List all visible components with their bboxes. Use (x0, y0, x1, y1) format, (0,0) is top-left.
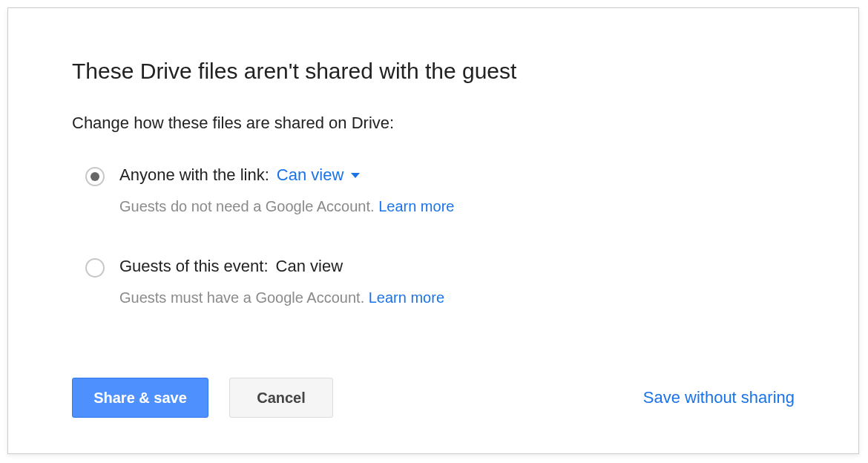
option-guests-label: Guests of this event: (119, 257, 269, 276)
help-text: Guests do not need a Google Account. (119, 198, 375, 214)
option-line: Anyone with the link: Can view (119, 165, 795, 185)
dialog-actions: Share & save Cancel Save without sharing (72, 378, 795, 418)
option-anyone-with-link: Anyone with the link: Can view Guests do… (72, 165, 795, 215)
help-text: Guests must have a Google Account. (119, 289, 364, 306)
dialog-title: These Drive files aren't shared with the… (72, 59, 795, 84)
permission-value-guests: Can view (276, 257, 343, 276)
share-and-save-button[interactable]: Share & save (72, 378, 208, 418)
share-dialog: These Drive files aren't shared with the… (7, 7, 859, 454)
radio-anyone-with-link[interactable] (85, 167, 105, 186)
save-without-sharing-link[interactable]: Save without sharing (643, 388, 795, 407)
caret-down-icon (351, 173, 360, 178)
option-content: Anyone with the link: Can view Guests do… (119, 165, 795, 215)
learn-more-link-guests[interactable]: Learn more (369, 289, 444, 306)
permission-dropdown-anyone[interactable]: Can view (277, 165, 360, 185)
option-guests-help: Guests must have a Google Account. Learn… (119, 289, 795, 306)
permission-value: Can view (277, 165, 343, 185)
option-anyone-help: Guests do not need a Google Account. Lea… (119, 198, 795, 215)
cancel-button[interactable]: Cancel (229, 378, 333, 418)
learn-more-link-anyone[interactable]: Learn more (378, 198, 454, 214)
option-content: Guests of this event: Can view Guests mu… (119, 257, 795, 306)
option-guests-of-event: Guests of this event: Can view Guests mu… (72, 257, 795, 306)
option-anyone-label: Anyone with the link: (119, 165, 269, 185)
option-line: Guests of this event: Can view (119, 257, 795, 276)
dialog-subtitle: Change how these files are shared on Dri… (72, 114, 795, 133)
radio-guests-of-event[interactable] (85, 258, 105, 278)
